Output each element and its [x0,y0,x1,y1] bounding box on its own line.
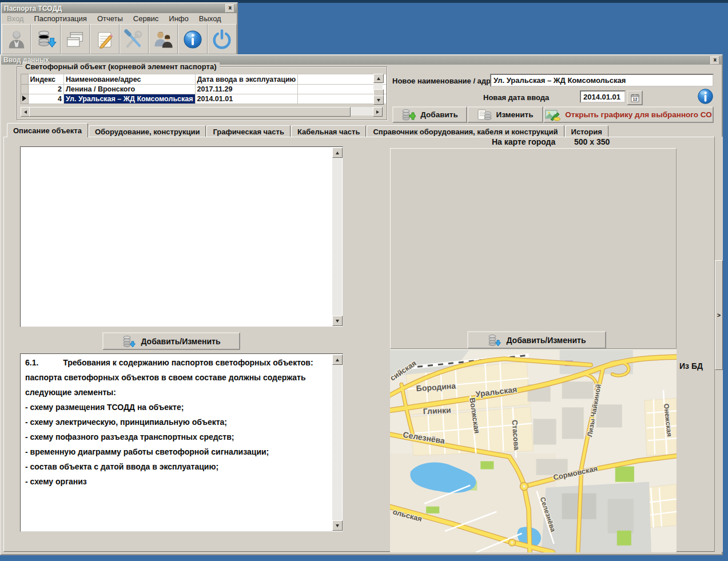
toolbar-users-button[interactable] [149,24,178,54]
requirements-vscrollbar[interactable] [332,355,342,531]
new-name-label: Новое наименование / адрес [392,77,499,85]
arrow-left-icon [24,110,27,114]
street-label: Глинки [423,405,451,416]
database-download-icon [487,333,502,347]
toolbar-info-button[interactable] [178,24,207,54]
arrow-up-icon [377,77,380,80]
city-map-image: сийская Бородина Уральская Глинки Волжск… [390,350,677,552]
main-window: Паспорта ТСОДД x Вход Паспортизация Отче… [1,2,238,57]
windows-cascade-icon [63,28,86,51]
new-name-input[interactable] [490,74,714,87]
database-add-icon [401,109,416,121]
power-icon [210,28,233,51]
from-db-label: Из БД [679,361,703,371]
map-size-label: 500 x 350 [574,137,610,146]
svg-text:12: 12 [632,97,637,101]
menu-item-servis[interactable]: Сервис [128,13,164,24]
add-button[interactable]: Добавить [392,106,467,123]
menu-item-vhod: Вход [2,13,29,24]
data-entry-close-button[interactable]: x [710,56,719,65]
table-hscrollbar[interactable] [21,107,383,116]
arrow-down-icon [377,99,380,102]
toolbar [2,24,237,54]
map-caption: На карте города [492,137,555,146]
menu-bar: Вход Паспортизация Отчеты Сервис Инфо Вы… [2,13,237,24]
toolbar-windows-button[interactable] [61,24,90,54]
col-name: Наименование/адрес [64,74,196,85]
city-map[interactable]: сийская Бородина Уральская Глинки Волжск… [390,349,677,552]
main-window-titlebar[interactable]: Паспорта ТСОДД x [2,3,237,13]
tab-spravochnik[interactable]: Справочник оборудования, кабеля и констр… [367,125,564,137]
open-graphics-button[interactable]: Открыть графику для выбранного СО [543,106,714,123]
toolbar-notes-button[interactable] [90,24,119,54]
requirements-text: 6.1. Требования к содержанию паспортов с… [25,355,329,529]
tab-kabelnaya[interactable]: Кабельная часть [291,125,366,137]
side-panel-strip: > [714,137,723,552]
edit-database-icon [478,109,492,121]
new-date-label: Новая дата ввода [483,93,549,102]
arrow-right-icon [376,110,379,114]
tools-icon [122,28,145,51]
objects-table[interactable]: Индекс Наименование/адрес Дата ввода в э… [21,74,387,104]
menu-item-info[interactable]: Инфо [164,13,193,24]
table-vscrollbar[interactable] [373,74,383,105]
data-entry-window: Ввод данных x Светофорный объект (корнев… [0,54,723,555]
edit-button[interactable]: Изменить [467,106,543,123]
menu-item-otchety[interactable]: Отчеты [92,13,128,24]
arrow-up-icon [336,152,339,154]
scroll-up-button[interactable] [373,74,384,83]
calendar-icon: 12 [631,94,639,102]
scroll-up-button[interactable] [332,355,343,365]
description-vscrollbar[interactable] [332,148,342,326]
users-icon [152,28,175,51]
tab-oborudovanie[interactable]: Оборудование, конструкции [89,125,206,137]
new-date-input[interactable] [580,90,626,103]
table-row[interactable]: 2 Ленина / Вронского 2017.11.29 [21,85,387,94]
menu-item-pasportizaciya[interactable]: Паспортизация [29,13,92,24]
map-placeholder-panel [390,148,677,349]
database-download-icon [122,335,137,348]
open-graphics-icon [545,109,561,121]
desktop: { "main_window": { "title": "Паспорта ТС… [0,0,728,561]
arrow-down-icon [336,320,339,323]
description-add-edit-button[interactable]: Добавить/Изменить [102,332,240,350]
toolbar-exit-button[interactable] [208,24,237,54]
menu-item-vyhod[interactable]: Выход [194,13,226,24]
tab-opisanie-obekta[interactable]: Описание объекта [7,123,88,137]
scroll-down-button[interactable] [332,520,343,531]
main-window-title: Паспорта ТСОДД [4,5,62,13]
form-info-button[interactable] [696,87,715,106]
info-icon [696,87,715,106]
main-window-close-button[interactable]: x [225,4,234,13]
user-icon [5,28,28,51]
description-textbox[interactable] [20,146,343,327]
arrow-down-icon [336,524,339,527]
toolbar-database-button[interactable] [31,24,60,54]
arrow-up-icon [336,359,339,361]
calendar-button[interactable]: 12 [627,90,643,105]
tab-graficheskaya[interactable]: Графическая часть [206,125,291,137]
notepad-pencil-icon [93,28,116,51]
col-date: Дата ввода в эксплуатацию [195,74,298,85]
table-header-row: Индекс Наименование/адрес Дата ввода в э… [21,74,387,85]
groupbox-label: Светофорный объект (корневой элемент пас… [22,62,220,71]
hscroll-thumb[interactable] [29,107,351,117]
traffic-object-groupbox: Светофорный объект (корневой элемент пас… [17,66,387,120]
toolbar-login-button[interactable] [2,24,31,54]
row-selector-icon [22,96,26,101]
database-download-icon [34,28,57,51]
scroll-up-button[interactable] [332,148,343,158]
map-add-edit-button[interactable]: Добавить/Изменить [467,331,606,349]
toolbar-tools-button[interactable] [120,24,149,54]
scroll-down-button[interactable] [373,96,384,105]
info-icon [181,28,204,51]
col-index: Индекс [28,74,63,85]
expand-panel-button[interactable]: > [715,260,723,370]
scroll-right-button[interactable] [373,107,383,117]
table-row-selected[interactable]: 4 Ул. Уральская – ЖД Комсомольская 2014.… [21,94,387,104]
tab-bar: Описание объекта Оборудование, конструкц… [7,124,609,137]
requirements-textbox[interactable]: 6.1. Требования к содержанию паспортов с… [20,353,343,532]
tab-istoriya[interactable]: История [565,125,608,137]
scroll-down-button[interactable] [332,316,343,326]
